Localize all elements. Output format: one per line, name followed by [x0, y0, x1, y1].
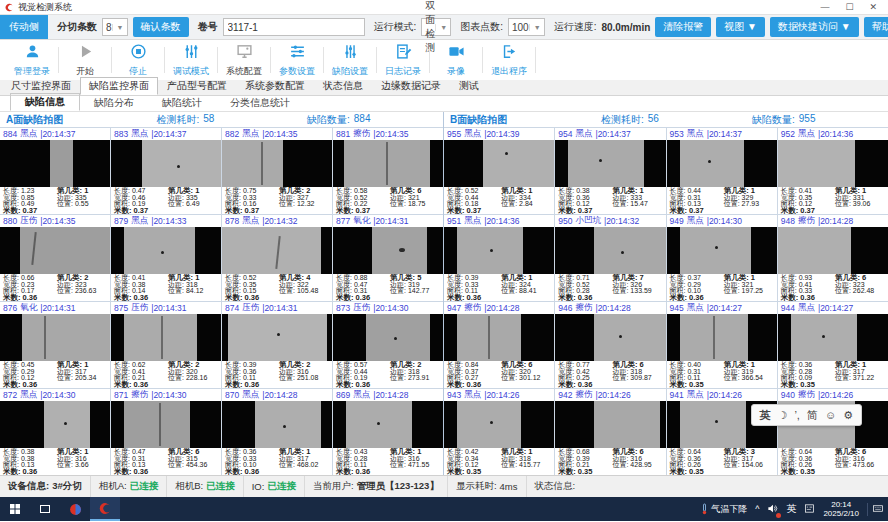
defect-cell[interactable]: 882 黑点 |20:14:35 长度: 0.75宽度: 0.33面积: 0.1…: [222, 128, 332, 214]
defect-cell[interactable]: 946 擦伤 |20:14:28 长度: 0.77宽度: 0.42面积: 0.2…: [555, 302, 665, 388]
action-button-debug-sliders[interactable]: 调试模式: [165, 43, 217, 78]
defect-id: 869: [336, 390, 350, 400]
defect-cell[interactable]: 945 黑点 |20:14:27 长度: 0.40宽度: 0.31面积: 0.1…: [667, 302, 777, 388]
subtab-分类信息统计[interactable]: 分类信息统计: [216, 95, 304, 111]
action-button-camera[interactable]: 录像: [430, 43, 482, 78]
chevron-down-icon: ▼: [112, 24, 124, 31]
defect-time: |20:14:28: [818, 216, 853, 226]
tray-expand-chevron[interactable]: ^: [755, 504, 759, 514]
ime-moon-icon[interactable]: ☽: [778, 409, 788, 422]
defect-cell[interactable]: 953 黑点 |20:14:37 长度: 0.44宽度: 0.31面积: 0.1…: [667, 128, 777, 214]
data-quick-access-menu-button[interactable]: 数据快捷访问 ▼: [770, 17, 859, 37]
tab-产品型号配置[interactable]: 产品型号配置: [158, 77, 236, 95]
defect-cell[interactable]: 954 黑点 |20:14:37 长度: 0.38宽度: 0.36面积: 0.1…: [555, 128, 665, 214]
defect-cell[interactable]: 874 压伤 |20:14:31 长度: 0.39宽度: 0.36面积: 0.1…: [222, 302, 332, 388]
defect-cell[interactable]: 883 黑点 |20:14:37 长度: 0.47宽度: 0.46面积: 0.1…: [111, 128, 221, 214]
pinned-app-icon[interactable]: [60, 497, 90, 521]
clock-time: 20:14: [823, 500, 859, 509]
defect-cell[interactable]: 940 擦伤 |20:14:26 长度: 0.64宽度: 0.36面积: 0.2…: [778, 389, 888, 475]
defect-cell[interactable]: 950 小凹坑 |20:14:32 长度: 0.71宽度: 0.52面积: 0.…: [555, 215, 665, 301]
volume-icon[interactable]: [767, 503, 778, 516]
clear-alarm-button[interactable]: 清除报警: [655, 17, 711, 37]
defect-type: 黑点: [20, 128, 37, 140]
tab-系统参数配置[interactable]: 系统参数配置: [236, 77, 314, 95]
ime-emoji-icon[interactable]: ☺: [825, 409, 836, 421]
roll-number-input[interactable]: [223, 18, 365, 36]
close-button[interactable]: ✕: [869, 0, 877, 14]
subtab-缺陷信息[interactable]: 缺陷信息: [10, 93, 80, 111]
tab-测试[interactable]: 测试: [450, 77, 488, 95]
run-mode-select[interactable]: 双面检测▼: [421, 18, 451, 36]
action-button-play[interactable]: 开始: [59, 43, 111, 78]
subtab-缺陷统计[interactable]: 缺陷统计: [148, 95, 216, 111]
defect-time: |20:14:35: [373, 129, 408, 139]
defect-cell[interactable]: 870 黑点 |20:14:28 长度: 0.36宽度: 0.33面积: 0.1…: [222, 389, 332, 475]
action-button-user[interactable]: 管理登录: [6, 43, 58, 78]
defect-cell[interactable]: 944 黑点 |20:14:27 长度: 0.36宽度: 0.28面积: 0.0…: [778, 302, 888, 388]
action-button-exit[interactable]: 退出程序: [483, 43, 535, 78]
minimize-button[interactable]: —: [820, 0, 829, 14]
state-info-label: 状态信息:: [535, 480, 576, 493]
detection-app-taskbar-icon[interactable]: [90, 497, 120, 521]
slit-count-select[interactable]: 8▼: [102, 18, 128, 36]
detect-time-value: 56: [648, 113, 659, 127]
defect-cell[interactable]: 879 黑点 |20:14:33 长度: 0.41宽度: 0.38面积: 0.1…: [111, 215, 221, 301]
defect-cell[interactable]: 871 擦伤 |20:14:30 长度: 0.47宽度: 0.31面积: 0.1…: [111, 389, 221, 475]
tab-边缘数据记录[interactable]: 边缘数据记录: [372, 77, 450, 95]
defect-time: |20:14:31: [40, 303, 75, 313]
defect-cell[interactable]: 884 黑点 |20:14:37 长度: 1.23宽度: 0.85面积: 0.4…: [0, 128, 110, 214]
action-button-params-sliders[interactable]: 参数设置: [271, 43, 323, 78]
defect-thumbnail: [333, 227, 443, 275]
maximize-button[interactable]: ☐: [845, 0, 853, 14]
input-language-indicator[interactable]: 英: [786, 502, 796, 516]
defect-cell[interactable]: 873 压伤 |20:14:30 长度: 0.57宽度: 0.44面积: 0.1…: [333, 302, 443, 388]
defect-cell[interactable]: 880 压伤 |20:14:35 长度: 0.66宽度: 0.23面积: 0.1…: [0, 215, 110, 301]
touch-keyboard-icon[interactable]: [867, 503, 884, 516]
defect-cell[interactable]: 942 擦伤 |20:14:26 长度: 0.68宽度: 0.39面积: 0.2…: [555, 389, 665, 475]
defect-cell[interactable]: 949 黑点 |20:14:30 长度: 0.37宽度: 0.29面积: 0.1…: [667, 215, 777, 301]
ime-mode-icon[interactable]: [804, 503, 815, 516]
action-button-log[interactable]: 日志记录: [377, 43, 429, 78]
defect-type: 黑点: [798, 128, 815, 140]
defect-type: 黑点: [353, 389, 370, 401]
confirm-count-button[interactable]: 确认条数: [133, 17, 189, 37]
ime-toolbar: 英☽’,简☺⚙: [751, 404, 862, 426]
defect-cell[interactable]: 947 擦伤 |20:14:28 长度: 0.84宽度: 0.37面积: 0.2…: [444, 302, 554, 388]
action-button-defect-sliders[interactable]: 缺陷设置: [324, 43, 376, 78]
defect-cell[interactable]: 948 擦伤 |20:14:28 长度: 0.93宽度: 0.41面积: 0.3…: [778, 215, 888, 301]
defect-cell[interactable]: 951 黑点 |20:14:36 长度: 0.39宽度: 0.33面积: 0.1…: [444, 215, 554, 301]
defect-cell[interactable]: 869 黑点 |20:14:28 长度: 0.43宽度: 0.28面积: 0.1…: [333, 389, 443, 475]
ime-settings-icon[interactable]: ⚙: [843, 409, 853, 422]
defect-cell[interactable]: 881 擦伤 |20:14:35 长度: 0.58宽度: 0.52面积: 0.2…: [333, 128, 443, 214]
defect-cell[interactable]: 955 黑点 |20:14:39 长度: 0.52宽度: 0.44面积: 0.1…: [444, 128, 554, 214]
defect-cell[interactable]: 941 黑点 |20:14:26 长度: 0.64宽度: 0.36面积: 0.2…: [667, 389, 777, 475]
task-view-button[interactable]: [30, 497, 60, 521]
defect-time: |20:14:32: [262, 216, 297, 226]
subtab-缺陷分布[interactable]: 缺陷分布: [80, 95, 148, 111]
view-menu-button[interactable]: 视图 ▼: [716, 17, 765, 37]
defect-cell[interactable]: 876 氧化 |20:14:31 长度: 0.45宽度: 0.29面积: 0.1…: [0, 302, 110, 388]
defect-metrics-left: 长度: 0.62宽度: 0.41面积: 0.21米数: 0.36: [114, 362, 168, 388]
defect-cell[interactable]: 875 压伤 |20:14:31 长度: 0.62宽度: 0.41面积: 0.2…: [111, 302, 221, 388]
defect-cell[interactable]: 878 黑点 |20:14:32 长度: 0.52宽度: 0.35面积: 0.1…: [222, 215, 332, 301]
defect-id: 942: [558, 390, 572, 400]
chart-points-select[interactable]: 100▼: [508, 18, 545, 36]
debug-sliders-icon: [183, 43, 200, 64]
tab-状态信息[interactable]: 状态信息: [314, 77, 372, 95]
action-button-monitor[interactable]: 系统配置: [218, 43, 270, 78]
defect-cell[interactable]: 943 黑点 |20:14:26 长度: 0.42宽度: 0.34面积: 0.1…: [444, 389, 554, 475]
help-menu-button[interactable]: 帮助 ▼: [864, 17, 888, 37]
drive-side-button[interactable]: 传动侧: [0, 15, 48, 39]
defect-cell[interactable]: 877 氧化 |20:14:31 长度: 0.88宽度: 0.47面积: 0.3…: [333, 215, 443, 301]
ime-simplified-toggle[interactable]: 简: [807, 408, 818, 423]
defect-cell[interactable]: 872 黑点 |20:14:30 长度: 0.38宽度: 0.38面积: 0.1…: [0, 389, 110, 475]
defect-cell[interactable]: 952 黑点 |20:14:36 长度: 0.41宽度: 0.35面积: 0.1…: [778, 128, 888, 214]
ime-punctuation-toggle[interactable]: ’,: [794, 409, 800, 421]
taskbar-clock[interactable]: 20:14 2025/2/10: [823, 500, 859, 518]
defect-type: 擦伤: [353, 128, 370, 140]
action-button-stop[interactable]: 停止: [112, 43, 164, 78]
tab-缺陷监控界面[interactable]: 缺陷监控界面: [80, 77, 158, 95]
weather-widget[interactable]: 气温下降: [701, 503, 747, 516]
ime-lang-toggle[interactable]: 英: [760, 408, 771, 423]
start-button[interactable]: [0, 497, 30, 521]
